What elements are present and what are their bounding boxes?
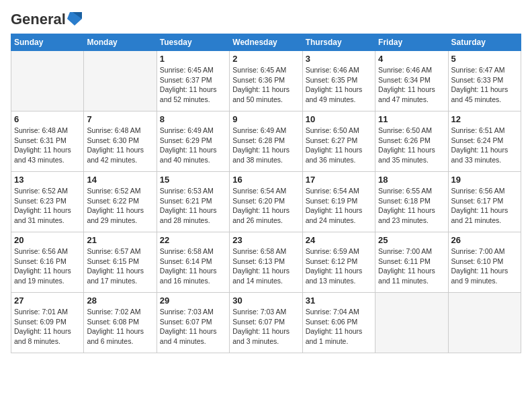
day-number: 21 bbox=[87, 235, 153, 245]
cell-info: Sunrise: 6:59 AMSunset: 6:12 PMDaylight:… bbox=[306, 246, 372, 286]
calendar-cell: 21Sunrise: 6:57 AMSunset: 6:15 PMDayligh… bbox=[84, 232, 157, 293]
day-number: 24 bbox=[306, 235, 372, 245]
cell-info: Sunrise: 6:56 AMSunset: 6:17 PMDaylight:… bbox=[451, 186, 518, 226]
cell-info: Sunrise: 6:46 AMSunset: 6:35 PMDaylight:… bbox=[306, 65, 372, 105]
weekday-header-monday: Monday bbox=[84, 34, 157, 51]
calendar-cell bbox=[375, 293, 448, 353]
calendar-table: SundayMondayTuesdayWednesdayThursdayFrid… bbox=[11, 34, 521, 353]
cell-info: Sunrise: 6:57 AMSunset: 6:15 PMDaylight:… bbox=[87, 246, 153, 286]
calendar-cell: 3Sunrise: 6:46 AMSunset: 6:35 PMDaylight… bbox=[302, 51, 375, 111]
week-row-2: 6Sunrise: 6:48 AMSunset: 6:31 PMDaylight… bbox=[11, 111, 521, 172]
calendar-cell bbox=[448, 293, 521, 353]
cell-info: Sunrise: 6:49 AMSunset: 6:29 PMDaylight:… bbox=[160, 126, 226, 165]
cell-info: Sunrise: 6:52 AMSunset: 6:22 PMDaylight:… bbox=[87, 186, 153, 226]
calendar-cell: 25Sunrise: 7:00 AMSunset: 6:11 PMDayligh… bbox=[375, 232, 448, 293]
cell-info: Sunrise: 6:47 AMSunset: 6:33 PMDaylight:… bbox=[451, 65, 518, 105]
cell-info: Sunrise: 6:49 AMSunset: 6:28 PMDaylight:… bbox=[232, 126, 299, 165]
weekday-header-friday: Friday bbox=[375, 34, 448, 51]
calendar-cell: 24Sunrise: 6:59 AMSunset: 6:12 PMDayligh… bbox=[302, 232, 375, 293]
weekday-header-row: SundayMondayTuesdayWednesdayThursdayFrid… bbox=[11, 34, 521, 51]
calendar-cell: 17Sunrise: 6:54 AMSunset: 6:19 PMDayligh… bbox=[302, 172, 375, 232]
calendar-cell: 16Sunrise: 6:54 AMSunset: 6:20 PMDayligh… bbox=[230, 172, 302, 232]
day-number: 11 bbox=[378, 114, 445, 124]
logo-icon bbox=[67, 9, 82, 27]
calendar-cell: 28Sunrise: 7:02 AMSunset: 6:08 PMDayligh… bbox=[84, 293, 157, 353]
day-number: 29 bbox=[160, 295, 226, 306]
calendar-cell: 4Sunrise: 6:46 AMSunset: 6:34 PMDaylight… bbox=[375, 51, 448, 111]
day-number: 22 bbox=[160, 235, 226, 245]
calendar-cell: 27Sunrise: 7:01 AMSunset: 6:09 PMDayligh… bbox=[11, 293, 84, 353]
cell-info: Sunrise: 6:51 AMSunset: 6:24 PMDaylight:… bbox=[451, 126, 518, 165]
day-number: 6 bbox=[14, 114, 81, 124]
calendar-cell: 23Sunrise: 6:58 AMSunset: 6:13 PMDayligh… bbox=[230, 232, 302, 293]
cell-info: Sunrise: 7:02 AMSunset: 6:08 PMDaylight:… bbox=[87, 307, 153, 347]
cell-info: Sunrise: 6:58 AMSunset: 6:14 PMDaylight:… bbox=[160, 246, 226, 286]
week-row-5: 27Sunrise: 7:01 AMSunset: 6:09 PMDayligh… bbox=[11, 293, 521, 353]
cell-info: Sunrise: 6:54 AMSunset: 6:19 PMDaylight:… bbox=[306, 186, 372, 226]
calendar-cell: 19Sunrise: 6:56 AMSunset: 6:17 PMDayligh… bbox=[448, 172, 521, 232]
calendar-cell: 12Sunrise: 6:51 AMSunset: 6:24 PMDayligh… bbox=[448, 111, 521, 172]
calendar-cell: 20Sunrise: 6:56 AMSunset: 6:16 PMDayligh… bbox=[11, 232, 84, 293]
day-number: 27 bbox=[14, 295, 81, 306]
calendar-cell: 13Sunrise: 6:52 AMSunset: 6:23 PMDayligh… bbox=[11, 172, 84, 232]
cell-info: Sunrise: 6:50 AMSunset: 6:26 PMDaylight:… bbox=[378, 126, 445, 165]
cell-info: Sunrise: 6:48 AMSunset: 6:31 PMDaylight:… bbox=[14, 126, 81, 165]
calendar-cell: 18Sunrise: 6:55 AMSunset: 6:18 PMDayligh… bbox=[375, 172, 448, 232]
calendar-cell: 2Sunrise: 6:45 AMSunset: 6:36 PMDaylight… bbox=[230, 51, 302, 111]
day-number: 9 bbox=[232, 114, 299, 124]
day-number: 3 bbox=[306, 54, 372, 64]
day-number: 31 bbox=[306, 295, 372, 306]
calendar-cell: 1Sunrise: 6:45 AMSunset: 6:37 PMDaylight… bbox=[157, 51, 229, 111]
calendar-cell: 11Sunrise: 6:50 AMSunset: 6:26 PMDayligh… bbox=[375, 111, 448, 172]
calendar-cell: 29Sunrise: 7:03 AMSunset: 6:07 PMDayligh… bbox=[157, 293, 229, 353]
weekday-header-sunday: Sunday bbox=[11, 34, 84, 51]
calendar-cell: 22Sunrise: 6:58 AMSunset: 6:14 PMDayligh… bbox=[157, 232, 229, 293]
calendar-cell: 30Sunrise: 7:03 AMSunset: 6:07 PMDayligh… bbox=[230, 293, 302, 353]
calendar-cell: 5Sunrise: 6:47 AMSunset: 6:33 PMDaylight… bbox=[448, 51, 521, 111]
day-number: 4 bbox=[378, 54, 445, 64]
day-number: 7 bbox=[87, 114, 153, 124]
calendar-cell: 15Sunrise: 6:53 AMSunset: 6:21 PMDayligh… bbox=[157, 172, 229, 232]
day-number: 8 bbox=[160, 114, 226, 124]
cell-info: Sunrise: 6:50 AMSunset: 6:27 PMDaylight:… bbox=[306, 126, 372, 165]
calendar-cell: 7Sunrise: 6:48 AMSunset: 6:30 PMDaylight… bbox=[84, 111, 157, 172]
day-number: 2 bbox=[232, 54, 299, 64]
calendar-cell bbox=[84, 51, 157, 111]
day-number: 10 bbox=[306, 114, 372, 124]
cell-info: Sunrise: 7:04 AMSunset: 6:06 PMDaylight:… bbox=[306, 307, 372, 347]
cell-info: Sunrise: 6:55 AMSunset: 6:18 PMDaylight:… bbox=[378, 186, 445, 226]
cell-info: Sunrise: 7:00 AMSunset: 6:10 PMDaylight:… bbox=[451, 246, 518, 286]
week-row-4: 20Sunrise: 6:56 AMSunset: 6:16 PMDayligh… bbox=[11, 232, 521, 293]
cell-info: Sunrise: 7:00 AMSunset: 6:11 PMDaylight:… bbox=[378, 246, 445, 286]
day-number: 16 bbox=[232, 175, 299, 185]
day-number: 25 bbox=[378, 235, 445, 245]
calendar-cell: 26Sunrise: 7:00 AMSunset: 6:10 PMDayligh… bbox=[448, 232, 521, 293]
cell-info: Sunrise: 6:53 AMSunset: 6:21 PMDaylight:… bbox=[160, 186, 226, 226]
calendar-cell: 8Sunrise: 6:49 AMSunset: 6:29 PMDaylight… bbox=[157, 111, 229, 172]
day-number: 1 bbox=[160, 54, 226, 64]
cell-info: Sunrise: 7:03 AMSunset: 6:07 PMDaylight:… bbox=[160, 307, 226, 347]
cell-info: Sunrise: 6:46 AMSunset: 6:34 PMDaylight:… bbox=[378, 65, 445, 105]
calendar-cell: 14Sunrise: 6:52 AMSunset: 6:22 PMDayligh… bbox=[84, 172, 157, 232]
cell-info: Sunrise: 6:52 AMSunset: 6:23 PMDaylight:… bbox=[14, 186, 81, 226]
weekday-header-tuesday: Tuesday bbox=[157, 34, 229, 51]
day-number: 15 bbox=[160, 175, 226, 185]
day-number: 12 bbox=[451, 114, 518, 124]
day-number: 14 bbox=[87, 175, 153, 185]
calendar-cell: 10Sunrise: 6:50 AMSunset: 6:27 PMDayligh… bbox=[302, 111, 375, 172]
day-number: 18 bbox=[378, 175, 445, 185]
day-number: 19 bbox=[451, 175, 518, 185]
cell-info: Sunrise: 6:58 AMSunset: 6:13 PMDaylight:… bbox=[232, 246, 299, 286]
cell-info: Sunrise: 6:48 AMSunset: 6:30 PMDaylight:… bbox=[87, 126, 153, 165]
page-header: General bbox=[11, 11, 521, 26]
day-number: 28 bbox=[87, 295, 153, 306]
day-number: 13 bbox=[14, 175, 81, 185]
calendar-cell bbox=[11, 51, 84, 111]
weekday-header-thursday: Thursday bbox=[302, 34, 375, 51]
calendar-cell: 9Sunrise: 6:49 AMSunset: 6:28 PMDaylight… bbox=[230, 111, 302, 172]
weekday-header-saturday: Saturday bbox=[448, 34, 521, 51]
calendar-cell: 31Sunrise: 7:04 AMSunset: 6:06 PMDayligh… bbox=[302, 293, 375, 353]
day-number: 30 bbox=[232, 295, 299, 306]
cell-info: Sunrise: 6:45 AMSunset: 6:37 PMDaylight:… bbox=[160, 65, 226, 105]
day-number: 5 bbox=[451, 54, 518, 64]
